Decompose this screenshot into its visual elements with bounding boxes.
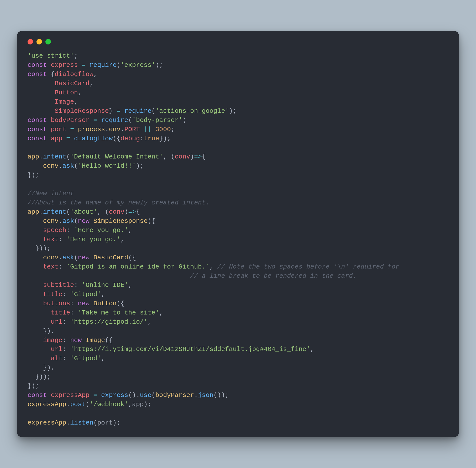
bool-true: true: [144, 135, 159, 142]
identifier: port: [51, 126, 66, 133]
fn-intent: intent: [43, 208, 66, 216]
key-debug: debug: [121, 135, 140, 142]
class-image: Image: [86, 337, 105, 344]
comment: // a line break to be rendered in the ca…: [190, 272, 357, 280]
window-titlebar: [28, 39, 448, 44]
obj-app: app: [28, 153, 39, 160]
string-literal: 'Here you go.': [74, 227, 128, 234]
fn-use: use: [140, 391, 152, 399]
obj-expressapp: expressApp: [28, 419, 66, 427]
string-literal: 'Here you go.': [66, 236, 120, 243]
identifier: app: [132, 401, 144, 408]
param-conv: conv: [109, 208, 124, 216]
identifier: express: [51, 61, 78, 69]
obj-conv: conv: [43, 254, 58, 261]
key-speech: speech: [43, 227, 66, 234]
class-simpleresponse: SimpleResponse: [93, 217, 147, 225]
string-literal: 'about': [70, 208, 97, 216]
key-text: text: [43, 263, 58, 271]
identifier: Image: [55, 98, 74, 106]
string-literal: 'https://i.ytimg.com/vi/D41zSHJthZI/sdde…: [70, 346, 310, 353]
identifier: bodyParser: [51, 117, 90, 124]
key-alt: alt: [51, 355, 63, 362]
key-url: url: [51, 346, 63, 353]
key-title: title: [43, 291, 62, 298]
obj-bodyparser: bodyParser: [155, 391, 194, 399]
class-button: Button: [93, 300, 117, 307]
fn-require: require: [101, 117, 128, 124]
fn-dialogflow: dialogflow: [74, 135, 113, 142]
string-literal: 'https://gitpod.io/': [70, 318, 148, 326]
string-literal: 'Take me to the site': [78, 309, 159, 316]
prop-port: PORT: [124, 126, 140, 133]
string-literal: 'use strict': [28, 52, 74, 60]
param-conv: conv: [175, 153, 190, 160]
keyword-const: const: [28, 117, 47, 124]
key-text: text: [43, 236, 58, 243]
comment: // Note the two spaces before '\n' requi…: [217, 263, 399, 271]
identifier: port: [97, 419, 113, 427]
obj-process: process: [78, 126, 105, 133]
string-literal: 'Default Welcome Intent': [70, 153, 163, 160]
identifier: Button: [55, 89, 78, 96]
keyword-const: const: [28, 126, 47, 133]
close-dot[interactable]: [28, 39, 33, 44]
string-literal: `Gitpod is an online ide for Github.`: [66, 263, 209, 271]
minimize-dot[interactable]: [36, 39, 42, 44]
comment: //New intent: [28, 190, 74, 197]
fn-json: json: [198, 391, 213, 399]
comment: //About is the name of my newly created …: [28, 199, 209, 206]
keyword-new: new: [78, 254, 90, 261]
fn-express: express: [101, 391, 128, 399]
string-literal: 'Online IDE': [82, 281, 128, 289]
identifier: BasicCard: [55, 80, 89, 87]
key-subtitle: subtitle: [43, 281, 74, 289]
fn-listen: listen: [70, 419, 94, 427]
prop-env: env: [109, 126, 121, 133]
identifier: expressApp: [51, 391, 90, 399]
string-literal: 'body-parser': [132, 117, 182, 124]
key-image: image: [43, 337, 62, 344]
fn-require: require: [90, 61, 117, 69]
obj-conv: conv: [43, 217, 58, 225]
identifier: dialogflow: [55, 71, 93, 78]
key-url: url: [51, 318, 63, 326]
obj-conv: conv: [43, 162, 58, 170]
string-literal: 'express': [121, 61, 155, 69]
string-literal: 'Hello world!!': [78, 162, 136, 170]
string-literal: 'actions-on-google': [155, 107, 229, 115]
code-block: 'use strict'; const express = require('e…: [28, 51, 448, 427]
string-literal: '/webhook': [90, 401, 128, 408]
code-window: 'use strict'; const express = require('e…: [17, 31, 459, 437]
keyword-new: new: [78, 300, 90, 307]
fn-ask: ask: [62, 254, 74, 261]
keyword-const: const: [28, 135, 47, 142]
keyword-const: const: [28, 391, 47, 399]
fn-require: require: [124, 107, 151, 115]
string-literal: 'Gitpod': [70, 291, 101, 298]
keyword-new: new: [78, 217, 90, 225]
obj-app: app: [28, 208, 39, 216]
string-literal: 'Gitpod': [70, 355, 101, 362]
keyword-const: const: [28, 61, 47, 69]
key-buttons: buttons: [43, 300, 70, 307]
keyword-new: new: [70, 337, 82, 344]
obj-expressapp: expressApp: [28, 401, 66, 408]
fn-intent: intent: [43, 153, 66, 160]
fn-ask: ask: [62, 217, 74, 225]
class-basiccard: BasicCard: [93, 254, 128, 261]
identifier: app: [51, 135, 63, 142]
keyword-const: const: [28, 71, 47, 78]
key-title: title: [51, 309, 70, 316]
fn-ask: ask: [62, 162, 74, 170]
fn-post: post: [70, 401, 86, 408]
number-literal: 3000: [155, 126, 171, 133]
zoom-dot[interactable]: [45, 39, 51, 44]
identifier: SimpleResponse: [55, 107, 109, 115]
